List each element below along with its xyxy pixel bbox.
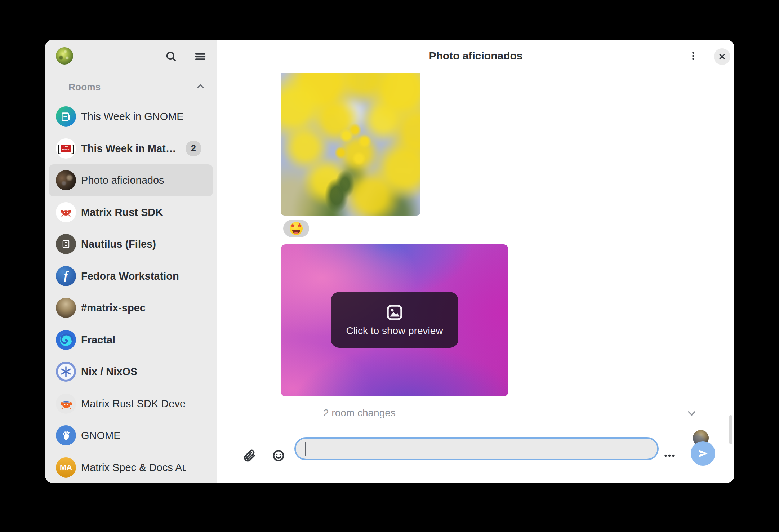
room-row-fractal[interactable]: Fractal — [49, 324, 213, 356]
room-avatar-crab-icon — [56, 202, 76, 222]
expand-room-changes-button[interactable] — [684, 405, 700, 422]
send-icon — [697, 447, 709, 460]
chevron-down-icon — [686, 407, 698, 420]
unread-count-badge: 2 — [186, 141, 201, 156]
user-avatar[interactable] — [56, 47, 73, 65]
room-row-this-week-in-matrix[interactable]: [THEWEEK] This Week in Mat… 2 — [49, 133, 213, 165]
room-row-nix-nixos[interactable]: Nix / NixOS — [49, 356, 213, 388]
room-label: Matrix Rust SDK Devel… — [81, 398, 186, 409]
room-label: Fractal — [81, 334, 115, 346]
room-label: Photo aficionados — [81, 174, 164, 186]
room-label: This Week in Mat… — [81, 142, 176, 154]
hamburger-icon — [194, 50, 207, 63]
rooms-section-header: Rooms — [45, 72, 217, 101]
room-row-matrix-spec-docs[interactable]: MA Matrix Spec & Docs Au… — [49, 452, 213, 483]
room-label: Nix / NixOS — [81, 366, 137, 378]
message-input[interactable] — [304, 440, 645, 458]
room-label: GNOME — [81, 430, 121, 442]
search-icon — [165, 50, 177, 63]
room-row-gnome[interactable]: GNOME — [49, 420, 213, 452]
attach-file-button[interactable] — [240, 445, 260, 466]
ellipsis-icon — [663, 449, 676, 462]
star-struck-emoji-icon: ★★ — [290, 222, 303, 235]
room-row-this-week-in-gnome[interactable]: This Week in GNOME — [49, 101, 213, 133]
message-input-field[interactable] — [294, 437, 659, 460]
text-caret — [305, 442, 306, 456]
fractal-window: Rooms This Week in GNOME — [45, 40, 734, 483]
rooms-section-label: Rooms — [68, 81, 101, 92]
room-row-nautilus[interactable]: Nautilus (Files) — [49, 228, 213, 260]
room-avatar-painting-portrait — [56, 298, 76, 318]
room-avatar-the-week-logo: [THEWEEK] — [56, 138, 76, 159]
room-avatar-newspaper-icon — [56, 106, 76, 127]
kebab-menu-icon — [688, 50, 699, 61]
room-changes-label: 2 room changes — [323, 407, 396, 419]
room-avatar-fractal-swirl-logo — [56, 330, 76, 350]
chevron-up-icon — [195, 81, 206, 92]
room-menu-button[interactable] — [683, 46, 703, 66]
image-placeholder-icon — [386, 303, 404, 322]
room-avatar-gnome-foot-logo — [56, 425, 76, 445]
sidebar-header — [45, 40, 217, 72]
room-avatar-crab-with-hat-icon — [56, 394, 76, 414]
reaction-pill[interactable]: ★★ — [283, 220, 309, 237]
more-options-button[interactable] — [659, 445, 680, 466]
paperclip-icon — [243, 449, 257, 462]
room-list: This Week in GNOME [THEWEEK] This Week i… — [45, 101, 217, 483]
room-row-matrix-spec[interactable]: #matrix-spec — [49, 292, 213, 324]
room-avatar-file-cabinet-icon — [56, 234, 76, 254]
room-label: Matrix Rust SDK — [81, 206, 163, 218]
room-avatar-fedora-logo: f — [56, 266, 76, 286]
room-row-photo-aficionados[interactable]: Photo aficionados — [49, 164, 213, 196]
emoji-picker-button[interactable] — [268, 445, 289, 466]
show-preview-button[interactable]: Click to show preview — [331, 292, 458, 348]
room-avatar-initials: MA — [56, 457, 76, 478]
room-row-matrix-rust-sdk-devel[interactable]: Matrix Rust SDK Devel… — [49, 388, 213, 420]
room-label: Matrix Spec & Docs Au… — [81, 461, 186, 473]
image-message-mimosa-flowers[interactable] — [281, 73, 420, 216]
room-row-fedora-workstation[interactable]: f Fedora Workstation — [49, 260, 213, 292]
room-avatar-nix-snowflake-logo — [56, 362, 76, 382]
chat-header: Photo aficionados — [217, 40, 734, 72]
collapsed-room-changes: 2 room changes — [217, 403, 734, 423]
image-content-detail — [281, 73, 420, 216]
room-avatar-vintage-camera — [56, 170, 76, 190]
close-icon — [718, 52, 726, 61]
show-preview-label: Click to show preview — [346, 325, 443, 337]
room-label: #matrix-spec — [81, 302, 146, 314]
chat-pane: Photo aficionados ★★ — [217, 40, 734, 483]
sidebar: Rooms This Week in GNOME — [45, 40, 217, 483]
room-title: Photo aficionados — [217, 50, 734, 62]
collapse-rooms-button[interactable] — [190, 76, 210, 96]
room-row-matrix-rust-sdk[interactable]: Matrix Rust SDK — [49, 196, 213, 229]
room-label: Fedora Workstation — [81, 270, 179, 282]
room-label: This Week in GNOME — [81, 111, 184, 123]
avatar-initials-text: MA — [60, 463, 72, 472]
smiley-icon — [272, 449, 285, 462]
search-button[interactable] — [161, 46, 181, 67]
message-composer — [217, 433, 734, 483]
send-message-button[interactable] — [691, 441, 715, 466]
close-window-button[interactable] — [714, 48, 730, 65]
blurred-image-message[interactable]: Click to show preview — [281, 244, 508, 396]
main-menu-button[interactable] — [190, 46, 210, 67]
room-label: Nautilus (Files) — [81, 238, 156, 250]
